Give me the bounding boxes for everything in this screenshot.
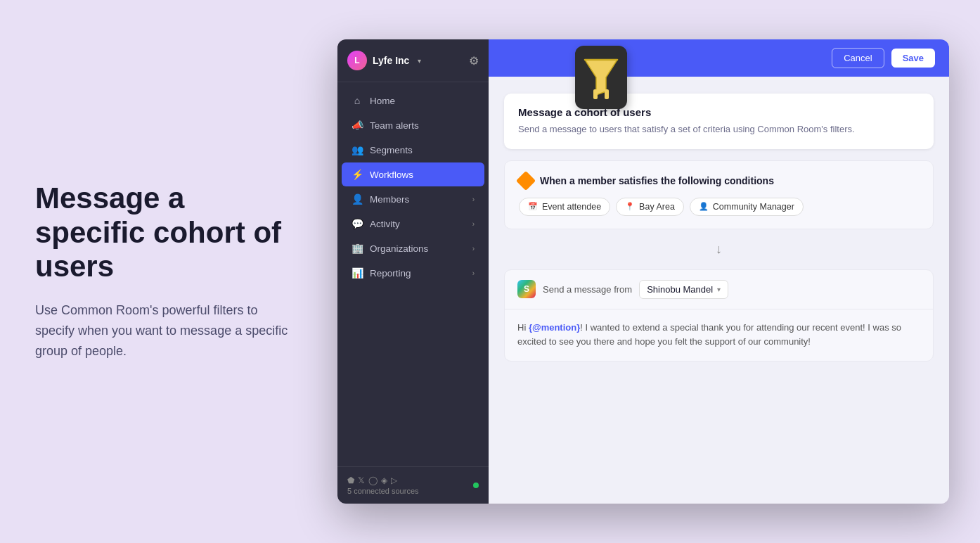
status-dot	[473, 483, 479, 488]
location-icon: 📍	[625, 202, 635, 211]
sender-name: Shinobu Mandel	[647, 284, 713, 295]
sidebar: L Lyfe Inc ▾ ⚙ ⌂ Home 📣 Team alerts	[337, 39, 489, 504]
sidebar-item-segments[interactable]: 👥 Segments	[342, 138, 484, 162]
description: Use Common Room's powerful filters to sp…	[35, 300, 295, 361]
message-body: Hi {@mention}! I wanted to extend a spec…	[505, 309, 933, 362]
home-icon: ⌂	[352, 95, 363, 106]
tag-bay-area[interactable]: 📍 Bay Area	[616, 198, 684, 216]
youtube-source-icon: ▷	[391, 475, 397, 485]
sidebar-item-label: Segments	[370, 145, 413, 155]
sidebar-item-activity[interactable]: 💬 Activity ›	[342, 212, 484, 236]
sidebar-item-label: Reporting	[370, 268, 411, 279]
right-panel: L Lyfe Inc ▾ ⚙ ⌂ Home 📣 Team alerts	[330, 0, 980, 543]
conditions-title: When a member satisfies the following co…	[540, 175, 774, 186]
slack-icon: S	[517, 280, 536, 298]
tag-community-manager[interactable]: 👤 Community Manager	[690, 198, 804, 216]
source-icons: ⬟ 𝕏 ◯ ◈ ▷	[347, 475, 419, 485]
sidebar-item-label: Members	[370, 194, 409, 205]
left-panel: Message a specific cohort of users Use C…	[0, 0, 330, 543]
chevron-down-icon: ▾	[717, 286, 721, 293]
down-arrow-icon: ↓	[716, 242, 722, 257]
sidebar-item-reporting[interactable]: 📊 Reporting ›	[342, 261, 484, 285]
logo-circle: L	[347, 51, 367, 70]
chevron-right-icon: ›	[472, 245, 475, 253]
tag-label: Event attendee	[542, 202, 601, 212]
conditions-header: When a member satisfies the following co…	[519, 174, 919, 188]
tag-event-attendee[interactable]: 📅 Event attendee	[519, 198, 610, 216]
tag-label: Community Manager	[713, 202, 794, 212]
reporting-icon: 📊	[352, 267, 363, 279]
sidebar-nav: ⌂ Home 📣 Team alerts 👥 Segments	[337, 82, 489, 466]
chevron-right-icon: ›	[472, 220, 475, 228]
main-content: Cancel Save Message a cohort of users Se…	[489, 39, 949, 504]
sidebar-item-label: Workflows	[370, 170, 413, 180]
chevron-right-icon: ›	[472, 269, 475, 277]
diamond-icon	[516, 170, 536, 190]
sidebar-item-label: Team alerts	[370, 120, 419, 131]
slack-source-icon: ⬟	[347, 475, 354, 485]
workflows-icon: ⚡	[352, 169, 363, 180]
sidebar-logo: L Lyfe Inc ▾	[347, 51, 421, 70]
app-window: L Lyfe Inc ▾ ⚙ ⌂ Home 📣 Team alerts	[337, 39, 949, 504]
sidebar-header: L Lyfe Inc ▾ ⚙	[337, 39, 489, 82]
sender-select[interactable]: Shinobu Mandel ▾	[639, 280, 728, 299]
main-body: Message a cohort of users Send a message…	[489, 77, 949, 504]
activity-icon: 💬	[352, 218, 363, 229]
twitter-source-icon: 𝕏	[358, 475, 365, 485]
chevron-right-icon: ›	[472, 196, 475, 203]
sidebar-item-team-alerts[interactable]: 📣 Team alerts	[342, 113, 484, 137]
message-text: Hi {@mention}! I wanted to extend a spec…	[517, 321, 920, 350]
svg-rect-4	[605, 89, 609, 99]
conditions-tags: 📅 Event attendee 📍 Bay Area 👤 Community …	[519, 198, 919, 216]
connected-sources: ⬟ 𝕏 ◯ ◈ ▷ 5 connected sources	[347, 475, 479, 495]
sidebar-item-members[interactable]: 👤 Members ›	[342, 187, 484, 211]
cohort-card-description: Send a message to users that satisfy a s…	[518, 122, 920, 136]
sidebar-item-organizations[interactable]: 🏢 Organizations ›	[342, 236, 484, 260]
team-alerts-icon: 📣	[352, 120, 363, 131]
sidebar-item-label: Activity	[370, 219, 400, 229]
connected-sources-label: 5 connected sources	[347, 487, 419, 495]
segments-icon: 👥	[352, 144, 363, 155]
members-icon: 👤	[352, 193, 363, 205]
svg-rect-3	[593, 89, 598, 99]
filter-icon	[562, 39, 640, 116]
sidebar-footer: ⬟ 𝕏 ◯ ◈ ▷ 5 connected sources	[337, 466, 489, 504]
save-button[interactable]: Save	[891, 49, 935, 68]
discord-source-icon: ◈	[381, 475, 387, 485]
cancel-button[interactable]: Cancel	[832, 48, 884, 68]
mention-tag: {@mention}	[529, 322, 580, 333]
sidebar-item-workflows[interactable]: ⚡ Workflows	[342, 162, 484, 186]
heading: Message a specific cohort of users	[35, 181, 295, 283]
main-header: Cancel Save	[489, 39, 949, 77]
message-header: S Send a message from Shinobu Mandel ▾	[505, 270, 933, 309]
conditions-card: When a member satisfies the following co…	[504, 160, 934, 229]
settings-icon[interactable]: ⚙	[469, 54, 479, 68]
arrow-connector: ↓	[504, 241, 934, 258]
message-from-label: Send a message from	[543, 284, 632, 295]
sidebar-item-label: Home	[370, 96, 395, 106]
organizations-icon: 🏢	[352, 243, 363, 254]
calendar-icon: 📅	[528, 202, 538, 211]
person-icon: 👤	[699, 202, 709, 211]
message-text-before: Hi	[517, 322, 529, 333]
circle-source-icon: ◯	[368, 475, 378, 485]
message-card: S Send a message from Shinobu Mandel ▾ H…	[504, 269, 934, 362]
sidebar-item-label: Organizations	[370, 243, 428, 254]
company-dropdown-icon[interactable]: ▾	[418, 57, 421, 65]
sidebar-item-home[interactable]: ⌂ Home	[342, 89, 484, 113]
sidebar-company-name: Lyfe Inc	[373, 55, 409, 66]
tag-label: Bay Area	[639, 202, 675, 212]
